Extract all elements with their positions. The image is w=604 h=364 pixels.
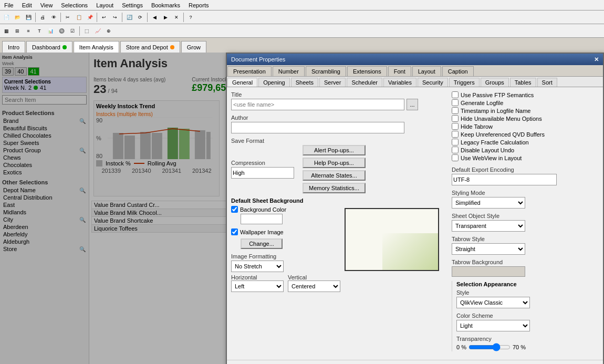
cb-webview-input[interactable] bbox=[452, 154, 459, 161]
color-scheme-select[interactable]: Light Dark Custom bbox=[456, 320, 530, 331]
cb-ftp-input[interactable] bbox=[452, 91, 459, 98]
title-browse-btn[interactable]: ... bbox=[407, 99, 418, 110]
toolbar2-btn1[interactable]: ▦ bbox=[1, 26, 12, 36]
tab-grow[interactable]: Grow bbox=[181, 41, 206, 53]
cb-legacy: Legacy Fractle Calculation bbox=[452, 139, 599, 145]
toolbar2-btn8[interactable]: ⬚ bbox=[81, 26, 92, 36]
toolbar-preview[interactable]: 👁 bbox=[48, 12, 59, 23]
cb-logfile-input[interactable] bbox=[452, 99, 459, 106]
tab-scrambling[interactable]: Scrambling bbox=[306, 66, 346, 76]
toolbar2-btn7[interactable]: ☑ bbox=[67, 26, 78, 36]
cb-hide-menus-input[interactable] bbox=[452, 115, 459, 122]
toolbar-copy[interactable]: 📋 bbox=[74, 12, 84, 23]
cb-hide-tabrow: Hide Tabrow bbox=[452, 123, 599, 130]
tab-presentation[interactable]: Presentation bbox=[227, 66, 272, 76]
cb-legacy-input[interactable] bbox=[452, 139, 459, 145]
bg-color-swatch[interactable] bbox=[241, 214, 283, 224]
tab-extensions[interactable]: Extensions bbox=[347, 66, 387, 76]
subtab-security[interactable]: Security bbox=[418, 78, 448, 87]
subtab-server[interactable]: Server bbox=[319, 78, 346, 87]
toolbar-redo[interactable]: ↪ bbox=[110, 12, 120, 23]
subtab-tables[interactable]: Tables bbox=[510, 78, 536, 87]
styling-mode-select[interactable]: Simplified Custom Native bbox=[452, 197, 525, 209]
toolbar-back[interactable]: ◀ bbox=[149, 12, 160, 23]
compression-select[interactable]: High None Low Medium Maximum bbox=[231, 167, 294, 179]
menu-settings[interactable]: Settings bbox=[118, 1, 147, 9]
sheet-obj-style-select[interactable]: Transparent Bordered Shadowed bbox=[452, 220, 525, 232]
author-input[interactable] bbox=[231, 122, 404, 133]
toolbar-cut[interactable]: ✂ bbox=[63, 12, 73, 23]
img-format-label: Image Formatting bbox=[231, 253, 340, 259]
toolbar2-btn4[interactable]: T bbox=[34, 26, 45, 36]
menu-bookmarks[interactable]: Bookmarks bbox=[147, 1, 184, 9]
memory-statistics-btn[interactable]: Memory Statistics... bbox=[303, 183, 366, 193]
toolbar-paste[interactable]: 📌 bbox=[85, 12, 95, 23]
img-format-group: Image Formatting No Stretch Stretch Fit … bbox=[231, 253, 340, 272]
menu-edit[interactable]: Edit bbox=[18, 1, 36, 9]
tab-number[interactable]: Number bbox=[273, 66, 305, 76]
dashboard-dot bbox=[63, 45, 67, 49]
subtab-groups[interactable]: Groups bbox=[481, 78, 509, 87]
tabrow-bg-swatch[interactable] bbox=[452, 266, 525, 277]
title-input[interactable] bbox=[231, 99, 404, 110]
subtab-variables[interactable]: Variables bbox=[383, 78, 416, 87]
menu-layout[interactable]: Layout bbox=[92, 1, 118, 9]
change-wallpaper-btn[interactable]: Change... bbox=[241, 238, 283, 249]
toolbar-open[interactable]: 📂 bbox=[12, 12, 23, 23]
transparency-row: 0 % 70 % bbox=[456, 343, 599, 351]
tabrow-style-select[interactable]: Straight Rounded Tab bbox=[452, 243, 525, 255]
toolbar2-btn5[interactable]: 📊 bbox=[45, 26, 56, 36]
menu-file[interactable]: File bbox=[0, 1, 18, 9]
toolbar-print[interactable]: 🖨 bbox=[37, 12, 48, 23]
transparency-slider[interactable] bbox=[468, 343, 511, 351]
toolbar2-btn3[interactable]: ≡ bbox=[23, 26, 34, 36]
toolbar-help[interactable]: ? bbox=[185, 12, 196, 23]
toolbar2-btn10[interactable]: ⊕ bbox=[103, 26, 114, 36]
tab-intro[interactable]: Intro bbox=[2, 41, 25, 53]
encoding-select[interactable]: UTF-8 UTF-16 ASCII Latin-1 bbox=[452, 174, 557, 185]
vertical-select[interactable]: Top Centered Bottom bbox=[288, 280, 340, 292]
toolbar2-btn2[interactable]: ⊞ bbox=[12, 26, 23, 36]
subtab-opening[interactable]: Opening bbox=[258, 78, 290, 87]
cb-timestamp-input[interactable] bbox=[452, 107, 459, 114]
toolbar-reload[interactable]: 🔄 bbox=[124, 12, 134, 23]
horizontal-select[interactable]: Left Center Right bbox=[231, 280, 284, 292]
toolbar2-btn6[interactable]: 🔘 bbox=[56, 26, 67, 36]
menu-reports[interactable]: Reports bbox=[184, 1, 213, 9]
style-group: Style QlikView Classic Checkbox LED bbox=[456, 289, 599, 308]
cb-hide-tabrow-input[interactable] bbox=[452, 123, 459, 130]
tab-item-analysis[interactable]: Item Analysis bbox=[74, 41, 119, 53]
cb-disable-undo-input[interactable] bbox=[452, 147, 459, 153]
cb-qvd-input[interactable] bbox=[452, 131, 459, 138]
subtab-triggers[interactable]: Triggers bbox=[449, 78, 480, 87]
cb-webview: Use WebView in Layout bbox=[452, 154, 599, 161]
toolbar-partial-reload[interactable]: ⟳ bbox=[135, 12, 145, 23]
dialog-tabs: Presentation Number Scrambling Extension… bbox=[227, 65, 603, 77]
style-select[interactable]: QlikView Classic Checkbox LED bbox=[456, 297, 530, 308]
help-popups-btn[interactable]: Help Pop-ups... bbox=[303, 158, 366, 168]
subtab-sheets[interactable]: Sheets bbox=[291, 78, 318, 87]
toolbar-save[interactable]: 💾 bbox=[23, 12, 34, 23]
alternate-states-btn[interactable]: Alternate States... bbox=[303, 170, 366, 181]
tab-store-depot[interactable]: Store and Depot bbox=[120, 41, 180, 53]
tab-caption[interactable]: Caption bbox=[442, 66, 474, 76]
toolbar2-btn9[interactable]: 📈 bbox=[92, 26, 103, 36]
dialog-close-btn[interactable]: ✕ bbox=[594, 56, 599, 63]
toolbar-undo[interactable]: ↩ bbox=[99, 12, 109, 23]
alert-popups-btn[interactable]: Alert Pop-ups... bbox=[303, 145, 366, 155]
subtab-general[interactable]: General bbox=[227, 78, 257, 87]
toolbar-clear[interactable]: ✕ bbox=[171, 12, 182, 23]
img-format-select[interactable]: No Stretch Stretch Fit Fill bbox=[231, 261, 284, 272]
tab-font[interactable]: Font bbox=[388, 66, 411, 76]
toolbar-new[interactable]: 📄 bbox=[1, 12, 12, 23]
menu-selections[interactable]: Selections bbox=[57, 1, 92, 9]
wallpaper-checkbox[interactable] bbox=[231, 228, 238, 235]
bg-color-checkbox[interactable] bbox=[231, 206, 238, 213]
toolbar-forward[interactable]: ▶ bbox=[160, 12, 171, 23]
subtab-sort[interactable]: Sort bbox=[537, 78, 557, 87]
tab-dashboard[interactable]: Dashboard bbox=[26, 41, 72, 53]
tab-layout[interactable]: Layout bbox=[412, 66, 441, 76]
menu-view[interactable]: View bbox=[36, 1, 57, 9]
subtab-scheduler[interactable]: Scheduler bbox=[347, 78, 382, 87]
title-input-row: ... bbox=[231, 99, 445, 110]
